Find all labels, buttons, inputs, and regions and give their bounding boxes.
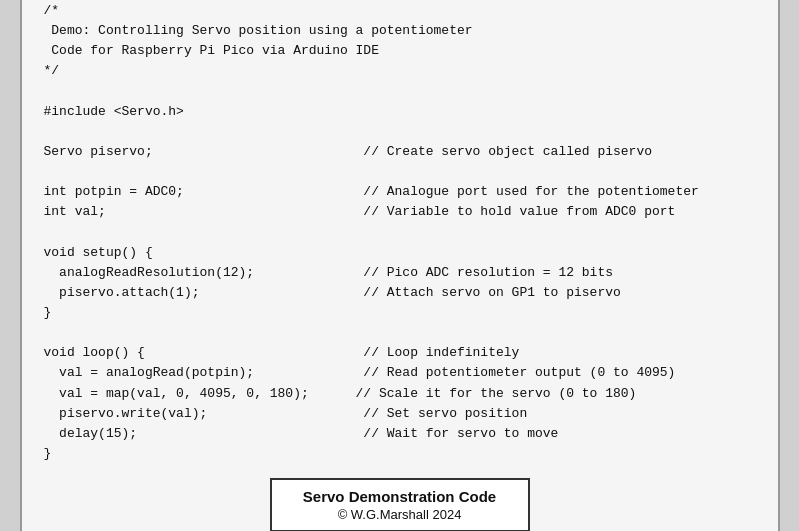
caption-box: Servo Demonstration Code © W.G.Marshall …: [270, 478, 530, 531]
caption-title: Servo Demonstration Code: [288, 488, 512, 505]
main-card: /* Demo: Controlling Servo position usin…: [20, 0, 780, 531]
code-block: /* Demo: Controlling Servo position usin…: [44, 1, 756, 464]
caption-copyright: © W.G.Marshall 2024: [288, 507, 512, 522]
